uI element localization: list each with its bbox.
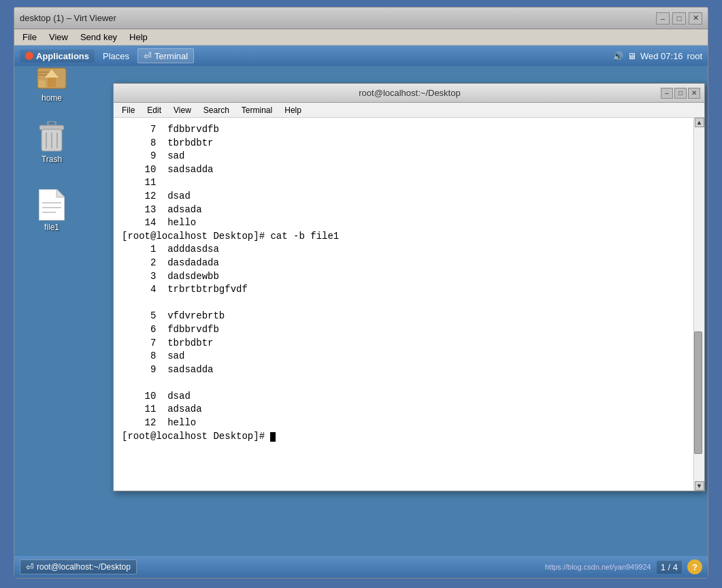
home-icon-image: [35, 59, 68, 92]
user-label: root: [687, 51, 702, 61]
file1-desktop-icon[interactable]: file1: [28, 189, 76, 232]
page-indicator: 1 / 4: [657, 561, 682, 574]
terminal-scrollbar[interactable]: ▲ ▼: [693, 118, 704, 491]
home-desktop-icon[interactable]: home: [28, 59, 76, 103]
terminal-body: 7 fdbbrvdfb 8 tbrbdbtr 9 sad 10 sadsadda…: [114, 118, 704, 491]
svg-rect-3: [48, 78, 56, 87]
term-menu-terminal[interactable]: Terminal: [236, 105, 278, 116]
places-menu[interactable]: Places: [97, 50, 135, 63]
window-title: desktop (1) – Virt Viewer: [20, 13, 116, 23]
terminal-maximize[interactable]: □: [674, 88, 687, 99]
home-icon-label: home: [42, 93, 62, 103]
taskbar-terminal-icon: ⏎: [26, 561, 34, 572]
trash-icon-image: [35, 120, 68, 153]
term-menu-file[interactable]: File: [116, 105, 140, 116]
maximize-button[interactable]: □: [672, 12, 686, 24]
taskbar-right: https://blog.csdn.net/yan949924 1 / 4 ?: [545, 559, 702, 574]
close-button[interactable]: ✕: [689, 12, 702, 24]
menu-help[interactable]: Help: [124, 31, 153, 44]
file1-svg: [39, 189, 65, 220]
menu-file[interactable]: File: [17, 31, 42, 44]
terminal-window: root@localhost:~/Desktop – □ ✕ File Edit…: [113, 83, 705, 491]
menu-send-key[interactable]: Send key: [75, 31, 122, 44]
terminal-icon: ⏎: [144, 50, 152, 61]
scroll-thumb[interactable]: [694, 331, 702, 454]
clock: Wed 07:16: [640, 51, 683, 61]
terminal-title-bar: root@localhost:~/Desktop – □ ✕: [114, 84, 704, 103]
title-bar: desktop (1) – Virt Viewer – □ ✕: [14, 7, 708, 29]
term-menu-view[interactable]: View: [168, 105, 197, 116]
trash-svg: [37, 121, 66, 152]
title-bar-controls: – □ ✕: [656, 12, 702, 24]
svg-marker-12: [56, 189, 65, 197]
taskbar-terminal-label: root@localhost:~/Desktop: [37, 562, 131, 572]
terminal-panel-label: Terminal: [154, 51, 188, 61]
scroll-down-button[interactable]: ▼: [695, 481, 704, 491]
desktop-area: Applications Places ⏎ Terminal 🔊 🖥 Wed 0…: [14, 46, 708, 578]
file1-icon-label: file1: [44, 223, 59, 232]
bottom-taskbar: ⏎ root@localhost:~/Desktop https://blog.…: [14, 556, 708, 578]
term-menu-edit[interactable]: Edit: [142, 105, 167, 116]
help-button[interactable]: ?: [687, 559, 702, 574]
terminal-controls: – □ ✕: [661, 88, 700, 99]
taskbar-url: https://blog.csdn.net/yan949924: [545, 563, 651, 571]
scroll-up-button[interactable]: ▲: [695, 118, 704, 127]
terminal-output[interactable]: 7 fdbbrvdfb 8 tbrbdbtr 9 sad 10 sadsadda…: [114, 118, 693, 491]
home-folder-svg: [36, 61, 67, 90]
panel-right: 🔊 🖥 Wed 07:16 root: [612, 51, 702, 61]
terminal-title: root@localhost:~/Desktop: [159, 88, 661, 98]
terminal-menu-bar: File Edit View Search Terminal Help: [114, 103, 704, 118]
svg-rect-4: [39, 80, 46, 87]
terminal-panel-button[interactable]: ⏎ Terminal: [137, 48, 194, 63]
scroll-track: [694, 127, 704, 481]
minimize-button[interactable]: –: [656, 12, 670, 24]
menu-view[interactable]: View: [44, 31, 73, 44]
svg-rect-5: [48, 121, 56, 125]
terminal-minimize[interactable]: –: [661, 88, 673, 99]
term-menu-search[interactable]: Search: [198, 105, 235, 116]
taskbar-terminal-item[interactable]: ⏎ root@localhost:~/Desktop: [20, 559, 137, 574]
file1-icon-image: [35, 189, 68, 221]
app-menu-bar: File View Send key Help: [14, 29, 708, 46]
terminal-close[interactable]: ✕: [688, 88, 700, 99]
display-icon: 🖥: [627, 51, 636, 61]
trash-icon-label: Trash: [42, 154, 62, 164]
virt-viewer-window: desktop (1) – Virt Viewer – □ ✕ File Vie…: [14, 7, 708, 578]
volume-icon: 🔊: [612, 51, 623, 61]
top-panel: Applications Places ⏎ Terminal 🔊 🖥 Wed 0…: [14, 46, 708, 66]
trash-desktop-icon[interactable]: Trash: [28, 120, 76, 164]
term-menu-help[interactable]: Help: [279, 105, 307, 116]
terminal-cursor: [270, 432, 276, 442]
